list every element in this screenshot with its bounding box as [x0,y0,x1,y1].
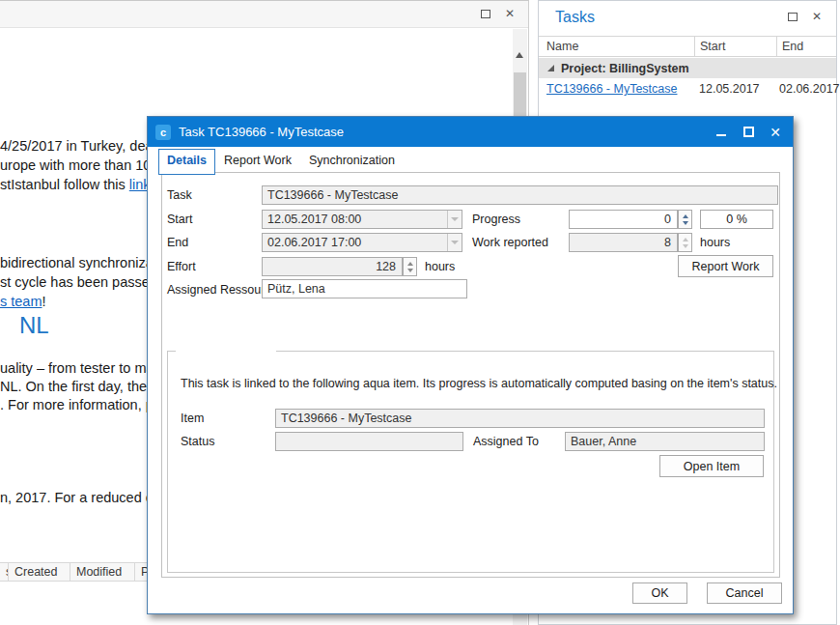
tasks-table-header: Name Start End [539,36,836,57]
progress-label: Progress [472,213,520,226]
maximize-icon[interactable] [481,10,490,18]
effort-field: 128 [262,257,403,276]
chevron-down-icon[interactable] [447,234,462,251]
chevron-down-icon[interactable] [447,211,462,228]
document-paragraph: uality – from tester to mar NL. On the f… [0,359,158,414]
close-icon: ✕ [770,125,781,140]
doc-line-text: stIstanbul follow this [0,177,129,192]
doc-line-text: ! [42,294,46,309]
app-icon: c [155,125,171,140]
minimize-button[interactable] [708,122,735,143]
ok-button[interactable]: OK [632,582,687,604]
progress-percent-display: 0 % [700,210,773,229]
progress-spinner[interactable] [678,210,692,229]
spinner-down-icon [683,244,688,248]
task-group-row[interactable]: Project: BillingSystem [539,58,836,78]
minimize-icon [716,134,726,136]
background-window-titlebar: ✕ [0,1,528,28]
spinner-up-icon [683,238,688,241]
work-unit-label: hours [700,236,730,249]
open-item-button[interactable]: Open Item [659,455,764,477]
doc-line: st cycle has been passed [0,272,157,292]
table-column-header[interactable]: Created [9,563,70,581]
groupbox-caption-gap [176,350,276,354]
start-label: Start [167,213,192,226]
doc-line: s team! [0,292,157,311]
tasks-panel-title: Tasks [555,9,595,26]
group-expand-icon[interactable] [547,65,554,71]
scroll-up-icon[interactable] [516,52,523,58]
work-reported-field: 8 [569,233,678,252]
table-column-header[interactable]: Pa [135,563,147,581]
document-paragraph: 4/25/2017 in Turkey, deal urope with mor… [0,136,158,194]
assigned-to-label: Assigned To [473,435,539,448]
doc-line: uality – from tester to mar [0,359,158,378]
table-column-header[interactable]: Modified [70,563,135,581]
doc-line: NL. On the first day, ther [0,378,158,396]
work-reported-spinner [678,233,692,252]
task-label: Task [167,188,192,202]
document-table-header: s Created Modified Pa [0,562,147,582]
effort-unit-label: hours [425,260,455,273]
assigned-to-field: Bauer, Anne [565,432,765,451]
end-date-combo[interactable]: 02.06.2017 17:00 [262,233,462,252]
doc-line: 4/25/2017 in Turkey, deal [0,136,158,156]
tab-report-work[interactable]: Report Work [215,149,300,175]
tab-strip: Details Report Work Synchronization [158,149,404,175]
doc-line: urope with more than 100 [0,156,158,175]
end-label: End [167,236,188,249]
doc-line: stIstanbul follow this link. [0,175,158,194]
effort-spinner[interactable] [403,257,417,276]
task-start-cell: 12.05.2017 [699,82,760,96]
spinner-down-icon[interactable] [683,221,688,225]
start-date-combo[interactable]: 12.05.2017 08:00 [262,210,462,229]
column-header-start[interactable]: Start [694,37,776,56]
end-value: 02.06.2017 17:00 [267,236,361,249]
report-work-button[interactable]: Report Work [678,255,773,277]
item-label: Item [181,412,204,425]
maximize-icon[interactable] [788,13,798,21]
task-field: TC139666 - MyTestcase [262,185,778,205]
task-name-link[interactable]: TC139666 - MyTestcase [546,82,677,96]
item-field: TC139666 - MyTestcase [275,409,765,428]
spinner-up-icon[interactable] [683,214,688,218]
document-paragraph: bidirectional synchronizat st cycle has … [0,253,157,311]
maximize-icon [743,127,754,137]
linked-item-groupbox: This task is linked to the following aqu… [167,351,774,573]
doc-heading: NL [19,312,49,339]
effort-label: Effort [167,260,196,273]
task-end-cell: 02.06.2017 [779,82,840,96]
work-reported-label: Work reported [472,236,548,249]
close-button[interactable]: ✕ [762,122,789,143]
column-header-name[interactable]: Name [539,37,694,56]
start-value: 12.05.2017 08:00 [267,213,361,226]
table-column-header[interactable]: s [0,563,9,581]
close-icon[interactable]: ✕ [505,9,515,18]
tab-synchronization[interactable]: Synchronization [300,149,404,175]
spinner-down-icon[interactable] [407,269,413,272]
assigned-resource-field[interactable]: Pütz, Lena [262,279,467,298]
tab-details[interactable]: Details [158,149,215,175]
spinner-up-icon[interactable] [407,262,413,266]
dialog-title: Task TC139666 - MyTestcase [179,125,344,139]
table-row[interactable]: TC139666 - MyTestcase 12.05.2017 02.06.2… [539,79,836,100]
dialog-titlebar[interactable]: c Task TC139666 - MyTestcase ✕ [148,117,793,147]
status-field [275,432,463,451]
maximize-button[interactable] [735,122,762,143]
doc-line: n, 2017. For a reduced er [0,488,158,507]
status-label: Status [181,435,214,448]
task-dialog: c Task TC139666 - MyTestcase ✕ Details R… [147,116,794,614]
doc-hyperlink[interactable]: s team [0,294,42,309]
progress-field[interactable]: 0 [569,210,678,229]
cancel-button[interactable]: Cancel [707,582,782,604]
group-label: Project: BillingSystem [561,62,689,75]
doc-line: . For more information, pl [0,396,158,414]
doc-line: bidirectional synchronizat [0,253,157,272]
close-icon[interactable]: ✕ [812,12,822,21]
linked-item-info-text: This task is linked to the following aqu… [181,377,777,390]
column-header-end[interactable]: End [776,37,836,56]
